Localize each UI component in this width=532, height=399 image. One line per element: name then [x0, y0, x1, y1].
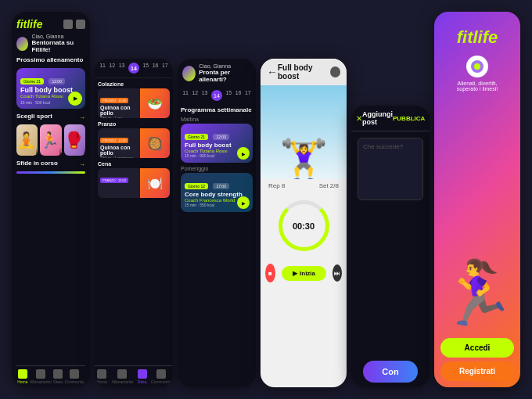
con-label: Con: [376, 367, 405, 376]
program-header: Ciao, Gianna Pronta per allenarti?: [178, 59, 256, 88]
next-workout-header: Prossimo allenamento: [16, 56, 85, 66]
next-workout-label: Prossimo allenamento: [16, 56, 83, 63]
nav-home[interactable]: Home: [17, 369, 27, 384]
stop-button[interactable]: [265, 264, 275, 282]
program-greeting-msg: Pronta per allenarti?: [199, 69, 251, 83]
logo-svg: [469, 59, 485, 74]
date-14-active[interactable]: 14: [128, 63, 139, 74]
diet-nav-community[interactable]: Community: [151, 369, 171, 384]
nav-training[interactable]: Allenamento: [30, 369, 52, 384]
publish-button[interactable]: PUBBLICA: [393, 115, 425, 122]
diet-nav-training-label: Allenamento: [111, 379, 133, 384]
date-17[interactable]: 17: [162, 63, 168, 74]
landing-logo: fitlife: [457, 27, 498, 48]
sport-boxe[interactable]: 🥊 Boxe: [64, 124, 85, 156]
cardio-icon: 🏃: [40, 124, 59, 156]
date-13[interactable]: 13: [119, 63, 125, 74]
colazione-macros: 330 gr · 1 pz · 330kcal: [100, 116, 138, 118]
set-label: Set 2/8: [319, 182, 339, 189]
diet-nav-community-label: Community: [151, 379, 171, 384]
afternoon-workout-card[interactable]: Giorno 12 17:00 Core body strength Coach…: [181, 173, 253, 212]
prog-date-14-active[interactable]: 14: [211, 90, 222, 101]
date-16[interactable]: 16: [153, 63, 159, 74]
date-15[interactable]: 15: [142, 63, 149, 74]
prog-date-17[interactable]: 17: [245, 90, 251, 101]
pranzo-info: PRONTO · 13:00 Quinoa con pollo 330 gr ·…: [98, 128, 140, 158]
yoga-icon: 🧘: [16, 124, 36, 156]
start-button[interactable]: ▶ Inizia: [282, 266, 326, 281]
sports-list: 🧘 Yoga 🏃 Cardio 🥊 Boxe: [16, 124, 85, 156]
prog-date-11[interactable]: 11: [182, 90, 189, 101]
meal-colazione: Colazione PRONTO · 15:00 Quinoa con poll…: [98, 81, 170, 118]
next-button[interactable]: ⏭: [332, 264, 342, 282]
screen-program: Ciao, Gianna Pronta per allenarti? 11 12…: [178, 59, 256, 387]
arrow-icon: →: [79, 114, 85, 121]
colazione-name: Quinoa con pollo: [100, 105, 138, 116]
time-badge: 12:00: [49, 78, 65, 84]
afternoon-label: Pomeriggio: [181, 166, 253, 171]
nav-diet-label: Dieta: [53, 379, 63, 384]
morning-label: Mattina: [181, 117, 253, 122]
sport-cardio-label: Cardio: [59, 148, 61, 156]
colazione-info: PRONTO · 15:00 Quinoa con pollo 330 gr ·…: [98, 88, 140, 118]
svg-point-1: [474, 63, 480, 70]
bell-icon[interactable]: [76, 20, 85, 29]
cena-card[interactable]: PRANZO · 19:00 🍽️: [98, 168, 170, 198]
nav-training-label: Allenamento: [30, 379, 52, 384]
program-content: Programma settimanale Mattina Giorno 21 …: [178, 103, 256, 387]
morning-play-btn[interactable]: [237, 147, 250, 160]
exercise-image: 🏋️‍♀️: [261, 85, 347, 179]
date-11[interactable]: 11: [99, 63, 106, 74]
diet-nav-training[interactable]: Allenamento: [111, 369, 133, 384]
cena-img: 🍽️: [140, 168, 170, 198]
login-button[interactable]: Accedi: [440, 338, 514, 358]
sport-yoga[interactable]: 🧘 Yoga: [16, 124, 38, 156]
post-header: ✕ Aggiungi post PUBBLICA: [351, 106, 430, 131]
timer-header: ← Full body boost: [261, 59, 347, 85]
challenges-label: Sfide in corso: [16, 160, 58, 167]
prog-date-12[interactable]: 12: [192, 90, 198, 101]
colazione-card[interactable]: PRONTO · 15:00 Quinoa con pollo 330 gr ·…: [98, 88, 170, 118]
afternoon-play-btn[interactable]: [237, 196, 250, 209]
prog-date-13[interactable]: 13: [202, 90, 208, 101]
register-button[interactable]: Registrati: [440, 361, 514, 381]
diet-nav-diet[interactable]: Dieta: [138, 369, 147, 384]
sports-header: Scegli sport →: [16, 113, 85, 122]
settings-icon[interactable]: [330, 66, 340, 77]
date-selector[interactable]: 11 12 13 14 15 16 17: [95, 59, 173, 78]
diet-nav-home[interactable]: Home: [97, 369, 107, 384]
morning-workout-card[interactable]: Giorno 21 12:00 Full body boost Coach Ti…: [181, 124, 253, 163]
date-12[interactable]: 12: [109, 63, 115, 74]
prog-date-16[interactable]: 16: [235, 90, 242, 101]
greeting-name: Ciao, Gianna: [31, 34, 63, 39]
sport-cardio[interactable]: 🏃 Cardio: [40, 124, 61, 156]
con-button[interactable]: Con: [363, 361, 418, 383]
meal-pranzo: Pranzo PRONTO · 13:00 Quinoa con pollo 3…: [98, 121, 170, 158]
back-button[interactable]: ←: [267, 66, 278, 78]
diet-diet-icon: [138, 369, 147, 379]
workout-card[interactable]: Giorno 21 12:00 Full body boost Coach Ti…: [16, 68, 85, 109]
post-content: Che succede?: [351, 131, 430, 356]
afternoon-time-badge: 17:00: [213, 183, 229, 189]
bottom-nav: Home Allenamento Dieta Community: [16, 365, 85, 387]
post-input[interactable]: Che succede?: [358, 138, 423, 200]
timer-display: 00:30: [293, 221, 315, 231]
pranzo-card[interactable]: PRONTO · 13:00 Quinoa con pollo 330 gr ·…: [98, 128, 170, 158]
nav-diet[interactable]: Dieta: [53, 369, 63, 384]
cena-badge: PRANZO · 19:00: [100, 178, 128, 183]
nav-community[interactable]: Community: [65, 369, 84, 384]
sport-boxe-label: Boxe: [84, 148, 85, 156]
play-button[interactable]: [68, 92, 82, 106]
screen-diet: 11 12 13 14 15 16 17 Colazione PRONTO · …: [95, 59, 173, 387]
program-dates[interactable]: 11 12 13 14 15 16 17: [178, 88, 256, 103]
challenges-bar: [16, 171, 85, 174]
close-button[interactable]: ✕: [356, 114, 362, 123]
gear-icon[interactable]: [63, 20, 73, 29]
post-header-title: Aggiungi post: [362, 110, 393, 126]
colazione-badge: PRONTO · 15:00: [100, 98, 128, 103]
app-logo: fitlife: [16, 18, 42, 31]
prog-date-15[interactable]: 15: [225, 90, 232, 101]
pranzo-badge: PRONTO · 13:00: [100, 138, 128, 143]
diet-content: Colazione PRONTO · 15:00 Quinoa con poll…: [95, 78, 173, 365]
diet-nav-home-label: Home: [97, 379, 107, 384]
